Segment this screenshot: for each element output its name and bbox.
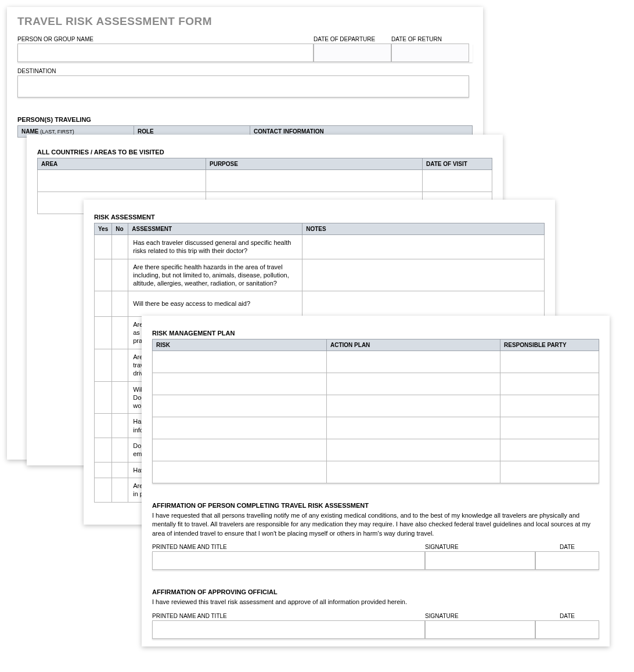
table-row[interactable] bbox=[153, 395, 327, 417]
input-printed-name[interactable] bbox=[152, 620, 425, 639]
label-date: DATE bbox=[535, 544, 599, 550]
label-destination: DESTINATION bbox=[17, 68, 473, 74]
form-title: TRAVEL RISK ASSESSMENT FORM bbox=[17, 15, 473, 28]
table-row[interactable] bbox=[327, 461, 500, 483]
col-name: NAME bbox=[21, 128, 38, 135]
col-purpose: PURPOSE bbox=[206, 158, 423, 170]
col-notes: NOTES bbox=[302, 223, 545, 235]
input-return[interactable] bbox=[391, 44, 469, 62]
plan-table: RISK ACTION PLAN RESPONSIBLE PARTY bbox=[152, 339, 599, 483]
cell-notes[interactable] bbox=[302, 259, 545, 291]
table-row[interactable] bbox=[327, 439, 500, 461]
input-printed-name[interactable] bbox=[152, 551, 425, 570]
input-destination[interactable] bbox=[17, 75, 469, 97]
col-assessment: ASSESSMENT bbox=[128, 223, 302, 235]
cell-yes[interactable] bbox=[95, 291, 112, 316]
cell-no[interactable] bbox=[112, 291, 128, 316]
cell-yes[interactable] bbox=[95, 316, 112, 349]
input-signature[interactable] bbox=[425, 620, 535, 639]
input-signature[interactable] bbox=[425, 551, 535, 570]
table-row[interactable] bbox=[327, 417, 500, 439]
input-name[interactable] bbox=[17, 44, 314, 62]
cell-yes[interactable] bbox=[95, 381, 112, 414]
cell-notes[interactable] bbox=[302, 291, 545, 316]
input-date[interactable] bbox=[535, 620, 599, 639]
table-row[interactable] bbox=[153, 439, 327, 461]
cell-yes[interactable] bbox=[95, 478, 112, 502]
affirm1-heading: AFFIRMATION OF PERSON COMPLETING TRAVEL … bbox=[152, 502, 599, 509]
table-row[interactable] bbox=[423, 170, 492, 192]
table-row[interactable] bbox=[500, 373, 599, 395]
table-row[interactable] bbox=[500, 439, 599, 461]
label-name: PERSON OR GROUP NAME bbox=[17, 36, 314, 42]
cell-no[interactable] bbox=[112, 381, 128, 414]
label-printed-name: PRINTED NAME AND TITLE bbox=[152, 544, 425, 550]
label-signature: SIGNATURE bbox=[425, 544, 535, 550]
cell-yes[interactable] bbox=[95, 349, 112, 381]
input-date[interactable] bbox=[535, 551, 599, 570]
table-row[interactable] bbox=[38, 170, 206, 192]
col-visit: DATE OF VISIT bbox=[423, 158, 492, 170]
affirm1-text: I have requested that all persons travel… bbox=[152, 511, 599, 538]
label-date: DATE bbox=[535, 613, 599, 619]
table-row[interactable] bbox=[500, 395, 599, 417]
cell-yes[interactable] bbox=[95, 414, 112, 438]
table-row[interactable] bbox=[153, 461, 327, 483]
cell-no[interactable] bbox=[112, 478, 128, 502]
col-action: ACTION PLAN bbox=[327, 339, 500, 351]
label-departure: DATE OF DEPARTURE bbox=[314, 36, 391, 42]
cell-no[interactable] bbox=[112, 259, 128, 291]
affirm2-heading: AFFIRMATION OF APPROVING OFFICIAL bbox=[152, 588, 599, 595]
affirm2-text: I have reviewed this travel risk assessm… bbox=[152, 598, 599, 606]
col-risk: RISK bbox=[153, 339, 327, 351]
table-row[interactable] bbox=[500, 417, 599, 439]
cell-no[interactable] bbox=[112, 414, 128, 438]
col-yes: Yes bbox=[95, 223, 112, 235]
cell-notes[interactable] bbox=[302, 235, 545, 259]
table-row[interactable] bbox=[206, 170, 423, 192]
plan-heading: RISK MANAGEMENT PLAN bbox=[152, 330, 599, 337]
input-departure[interactable] bbox=[314, 44, 391, 62]
label-printed-name: PRINTED NAME AND TITLE bbox=[152, 613, 425, 619]
cell-no[interactable] bbox=[112, 316, 128, 349]
col-name-hint: (LAST, FIRST) bbox=[40, 129, 74, 135]
table-row[interactable] bbox=[500, 461, 599, 483]
form-page-4: RISK MANAGEMENT PLAN RISK ACTION PLAN RE… bbox=[142, 316, 610, 646]
cell-no[interactable] bbox=[112, 462, 128, 478]
col-party: RESPONSIBLE PARTY bbox=[500, 339, 599, 351]
table-row[interactable] bbox=[153, 351, 327, 373]
table-row[interactable] bbox=[153, 373, 327, 395]
cell-no[interactable] bbox=[112, 438, 128, 463]
cell-no[interactable] bbox=[112, 235, 128, 259]
table-row[interactable] bbox=[327, 351, 500, 373]
cell-yes[interactable] bbox=[95, 462, 112, 478]
countries-heading: ALL COUNTRIES / AREAS TO BE VISITED bbox=[37, 149, 492, 156]
label-signature: SIGNATURE bbox=[425, 613, 535, 619]
assessment-heading: RISK ASSESSMENT bbox=[94, 214, 545, 221]
persons-heading: PERSON(S) TRAVELING bbox=[17, 116, 473, 123]
table-row[interactable] bbox=[153, 417, 327, 439]
col-area: AREA bbox=[38, 158, 206, 170]
cell-yes[interactable] bbox=[95, 438, 112, 463]
label-return: DATE OF RETURN bbox=[391, 36, 469, 42]
cell-yes[interactable] bbox=[95, 235, 112, 259]
cell-no[interactable] bbox=[112, 349, 128, 381]
table-row[interactable] bbox=[500, 351, 599, 373]
assessment-text: Will there be easy access to medical aid… bbox=[128, 291, 302, 316]
table-row[interactable] bbox=[327, 395, 500, 417]
table-row[interactable] bbox=[327, 373, 500, 395]
assessment-text: Has each traveler discussed general and … bbox=[128, 235, 302, 259]
assessment-text: Are there specific health hazards in the… bbox=[128, 259, 302, 291]
col-no: No bbox=[112, 223, 128, 235]
cell-yes[interactable] bbox=[95, 259, 112, 291]
